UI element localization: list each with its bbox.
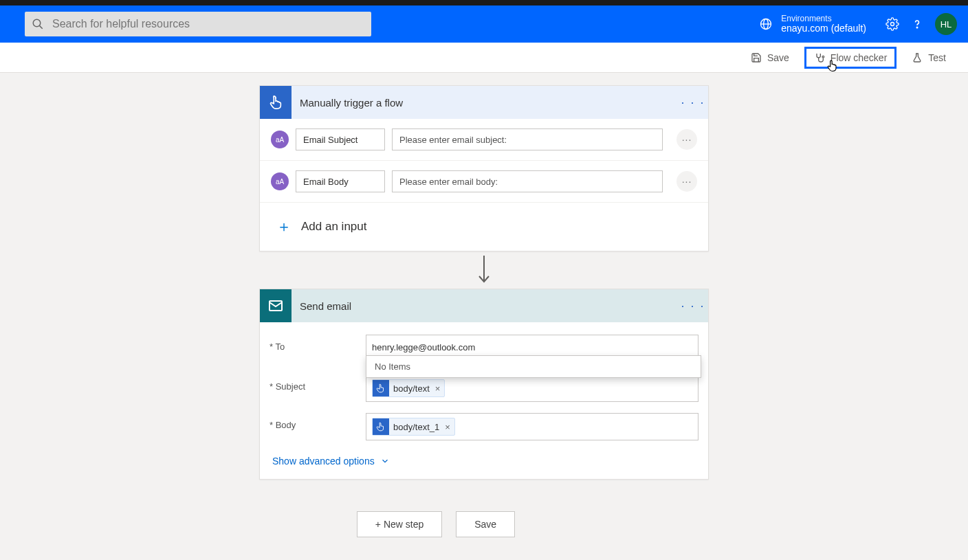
help-icon (910, 17, 924, 31)
to-suggestions-dropdown: No Items (366, 355, 701, 378)
save-button[interactable]: Save (741, 47, 799, 69)
action-card: Send email · · · * To henry.legge@outloo… (259, 289, 709, 480)
token-remove-button[interactable]: × (445, 422, 450, 432)
input-row-more-button[interactable]: ··· (676, 129, 697, 150)
subject-input[interactable]: body/text × (366, 374, 698, 402)
settings-button[interactable] (880, 17, 905, 31)
search-box[interactable] (25, 12, 371, 36)
environment-picker[interactable]: Environments enayu.com (default) (759, 14, 866, 34)
action-title: Send email (292, 300, 678, 312)
body-label: * Body (270, 413, 366, 430)
to-field-row: * To henry.legge@outlook.com No Items (270, 329, 698, 365)
send-email-icon (260, 289, 292, 322)
body-field-row: * Body body/text_1 × (270, 407, 698, 446)
help-button[interactable] (905, 17, 930, 31)
environment-label: Environments (781, 14, 866, 23)
new-step-button[interactable]: + New step (357, 511, 442, 537)
dynamic-content-token[interactable]: body/text_1 × (372, 418, 455, 436)
dynamic-content-token[interactable]: body/text × (372, 379, 445, 397)
user-avatar[interactable]: HL (935, 13, 957, 35)
svg-point-7 (822, 56, 824, 58)
browser-chrome-strip (0, 0, 968, 5)
trigger-input-row: aA Email Subject Please enter email subj… (260, 119, 708, 161)
advanced-options-label: Show advanced options (272, 456, 375, 467)
editor-toolbar: Save Flow checker Test (0, 43, 968, 73)
to-input-value: henry.legge@outlook.com (372, 342, 475, 352)
token-trigger-icon (373, 418, 389, 435)
input-name-field[interactable]: Email Subject (296, 128, 385, 150)
token-remove-button[interactable]: × (435, 383, 441, 394)
save-label: Save (767, 52, 789, 63)
input-name-field[interactable]: Email Body (296, 170, 385, 192)
cursor-pointer-icon (826, 58, 839, 74)
svg-point-6 (916, 27, 917, 27)
svg-point-5 (891, 23, 894, 26)
flow-checker-button[interactable]: Flow checker (804, 47, 896, 69)
trigger-title: Manually trigger a flow (292, 97, 678, 109)
action-card-header[interactable]: Send email · · · (260, 289, 708, 322)
chevron-down-icon (380, 456, 390, 466)
search-icon (32, 18, 44, 30)
dropdown-no-items: No Items (366, 356, 701, 377)
token-text: body/text (393, 383, 430, 394)
input-placeholder-field[interactable]: Please enter email body: (392, 170, 663, 192)
input-placeholder-field[interactable]: Please enter email subject: (392, 128, 663, 150)
save-flow-button[interactable]: Save (456, 511, 515, 537)
stethoscope-icon (814, 52, 825, 63)
input-row-more-button[interactable]: ··· (676, 171, 697, 192)
trigger-card: Manually trigger a flow · · · aA Email S… (259, 85, 709, 251)
plus-icon: ＋ (276, 216, 292, 237)
svg-line-1 (40, 26, 43, 29)
footer-buttons: + New step Save (357, 511, 515, 537)
token-trigger-icon (373, 380, 389, 396)
to-label: * To (270, 335, 366, 352)
svg-point-0 (33, 19, 41, 27)
trigger-card-header[interactable]: Manually trigger a flow · · · (260, 86, 708, 119)
connector-arrow-icon (476, 254, 492, 286)
app-header: Environments enayu.com (default) HL (0, 5, 968, 43)
gear-icon (886, 17, 899, 31)
add-input-button[interactable]: ＋ Add an input (260, 203, 708, 251)
test-button[interactable]: Test (902, 47, 956, 69)
flask-icon (912, 52, 923, 63)
text-type-icon: aA (271, 172, 289, 190)
svg-point-8 (275, 97, 276, 98)
manual-trigger-icon (260, 86, 292, 119)
trigger-more-button[interactable]: · · · (678, 96, 708, 110)
add-input-label: Add an input (301, 220, 366, 234)
action-more-button[interactable]: · · · (678, 299, 708, 313)
environment-name: enayu.com (default) (781, 23, 866, 34)
token-text: body/text_1 (393, 422, 439, 432)
globe-icon (759, 17, 773, 31)
text-type-icon: aA (271, 131, 289, 148)
save-icon (751, 52, 762, 63)
subject-label: * Subject (270, 374, 366, 392)
search-input[interactable] (52, 18, 364, 30)
show-advanced-options-link[interactable]: Show advanced options (270, 446, 698, 467)
flow-canvas: Manually trigger a flow · · · aA Email S… (0, 73, 968, 560)
trigger-input-row: aA Email Body Please enter email body: ·… (260, 161, 708, 203)
test-label: Test (928, 52, 946, 63)
body-input[interactable]: body/text_1 × (366, 413, 698, 440)
